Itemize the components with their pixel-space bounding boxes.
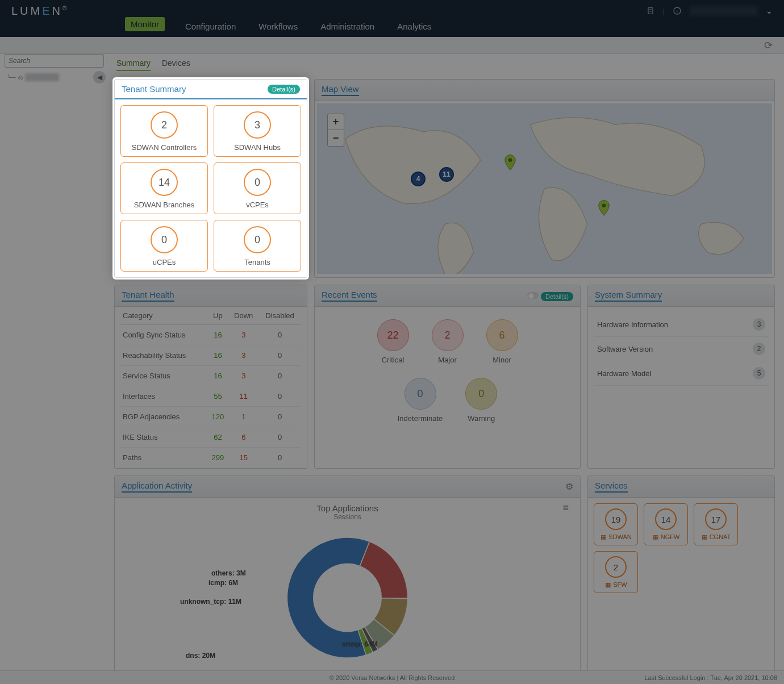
chart-slice[interactable] [360, 541, 407, 598]
service-card[interactable]: 17▦CGNAT [694, 503, 738, 545]
event-item[interactable]: 2Major [432, 319, 464, 364]
card-value: 0 [244, 169, 271, 196]
tenant-summary-card[interactable]: 0vCPEs [214, 162, 301, 214]
zoom-in-button[interactable]: + [328, 114, 344, 130]
service-card[interactable]: 2▦SFW [594, 551, 638, 593]
org-icon: ⎋ [18, 73, 23, 82]
th-col: Down [228, 307, 258, 325]
th-col: Up [207, 307, 228, 325]
service-value: 17 [705, 508, 727, 530]
chart-label: icmp: 6M [208, 579, 238, 587]
chart-label: dns: 20M [186, 652, 215, 660]
event-count: 0 [404, 378, 436, 410]
map-marker[interactable]: 4 [411, 172, 426, 186]
map-pin-icon[interactable] [504, 155, 516, 170]
system-summary-row[interactable]: Hardware Model5 [594, 361, 769, 386]
service-card[interactable]: 19▦SDWAN [594, 503, 638, 545]
service-icon: ▦ [604, 581, 611, 588]
event-item[interactable]: 0Warning [465, 378, 497, 423]
service-card[interactable]: 14▦NGFW [644, 503, 688, 545]
application-activity-panel: Application Activity ⚙ Top Applications … [114, 476, 581, 674]
event-label: Major [432, 356, 464, 364]
event-count: 6 [486, 319, 518, 351]
tenant-summary-details-button[interactable]: Detail(s) [268, 85, 300, 94]
table-row[interactable]: Reachability Status1630 [120, 345, 301, 366]
nav-tab-administration[interactable]: Administration [318, 16, 377, 37]
clipboard-icon[interactable] [646, 6, 655, 15]
search-input[interactable] [5, 54, 104, 68]
table-row[interactable]: Interfaces55110 [120, 386, 301, 407]
tenant-health-title: Tenant Health [122, 290, 174, 302]
tenant-summary-title: Tenant Summary [122, 84, 186, 94]
svg-point-8 [602, 204, 606, 208]
nav-tab-configuration[interactable]: Configuration [183, 16, 238, 37]
recent-events-toggle[interactable] [527, 292, 539, 299]
event-item[interactable]: 0Indeterminate [398, 378, 443, 423]
system-summary-title: System Summary [595, 290, 662, 302]
card-label: vCPEs [218, 201, 297, 209]
event-item[interactable]: 22Critical [377, 319, 409, 364]
table-row[interactable]: IKE Status6260 [120, 427, 301, 448]
nav-tab-workflows[interactable]: Workflows [256, 16, 300, 37]
card-value: 3 [244, 111, 271, 139]
table-row[interactable]: BGP Adjacencies12010 [120, 407, 301, 427]
table-row[interactable]: Paths299150 [120, 448, 301, 468]
system-summary-panel: System Summary Hardware Information3Soft… [587, 285, 775, 469]
app-activity-title: Application Activity [122, 481, 192, 493]
footer: © 2020 Versa Networks | All Rights Reser… [0, 670, 784, 684]
service-label: ▦CGNAT [697, 533, 735, 540]
recent-events-title: Recent Events [322, 290, 377, 302]
map-panel: Map View + − 4 11 [314, 79, 775, 278]
sidebar: └─ ⎋ ◀ [5, 54, 108, 87]
event-label: Indeterminate [398, 414, 443, 423]
recent-events-details-button[interactable]: Detail(s) [541, 292, 573, 301]
subtab-summary[interactable]: Summary [116, 59, 151, 71]
map-marker[interactable]: 11 [439, 167, 454, 182]
refresh-icon[interactable]: ⟳ [764, 39, 773, 52]
menu-icon[interactable]: ≡ [562, 502, 569, 514]
map-pin-icon[interactable] [598, 200, 610, 216]
card-label: Tenants [218, 258, 297, 266]
svg-point-7 [508, 159, 512, 162]
zoom-out-button[interactable]: − [328, 130, 344, 146]
card-label: SDWAN Controllers [124, 143, 204, 152]
card-label: uCPEs [124, 258, 204, 266]
subtab-devices[interactable]: Devices [162, 59, 190, 71]
chart-title: Top Applications [120, 503, 574, 513]
chart-subtitle: Sessions [120, 513, 574, 521]
card-label: SDWAN Hubs [218, 143, 297, 152]
tenant-summary-card[interactable]: 0uCPEs [120, 220, 208, 272]
system-summary-row[interactable]: Hardware Information3 [594, 312, 769, 337]
tree-row[interactable]: └─ ⎋ ◀ [5, 68, 108, 87]
card-value: 2 [151, 111, 178, 139]
arrow-left-icon[interactable]: ◀ [93, 71, 106, 84]
map-body[interactable]: + − 4 11 [317, 103, 772, 274]
user-label [690, 6, 758, 16]
zoom-controls: + − [327, 114, 344, 147]
tenant-health-panel: Tenant Health CategoryUpDownDisabledConf… [114, 285, 307, 469]
footer-login-time: Last Successful Login : Tue, Apr 20 2021… [644, 674, 777, 681]
tenant-summary-card[interactable]: 0Tenants [214, 220, 301, 272]
system-summary-row[interactable]: Software Version2 [594, 337, 769, 361]
chevron-down-icon[interactable]: ⌄ [766, 6, 773, 15]
org-label [25, 73, 59, 81]
card-label: SDWAN Branches [124, 201, 204, 209]
event-item[interactable]: 6Minor [486, 319, 518, 364]
tenant-summary-card[interactable]: 2SDWAN Controllers [120, 105, 208, 157]
tenant-summary-card[interactable]: 3SDWAN Hubs [214, 105, 301, 157]
table-row[interactable]: Config Sync Status1630 [120, 325, 301, 345]
service-value: 2 [605, 556, 627, 578]
nav-tab-monitor[interactable]: Monitor [125, 17, 165, 31]
footer-copyright: © 2020 Versa Networks | All Rights Reser… [330, 674, 455, 681]
event-count: 0 [465, 378, 497, 410]
service-value: 19 [605, 508, 627, 530]
info-icon[interactable] [673, 6, 682, 15]
gear-icon[interactable]: ⚙ [565, 481, 573, 492]
tenant-summary-card[interactable]: 14SDWAN Branches [120, 162, 208, 214]
service-label: ▦NGFW [647, 533, 685, 540]
header: LUMEN® | ⌄ MonitorConfigurationWorkflows… [0, 0, 784, 37]
card-value: 0 [151, 226, 178, 253]
nav-tab-analytics[interactable]: Analytics [395, 16, 433, 37]
map-title: Map View [322, 84, 359, 96]
table-row[interactable]: Service Status1630 [120, 366, 301, 386]
